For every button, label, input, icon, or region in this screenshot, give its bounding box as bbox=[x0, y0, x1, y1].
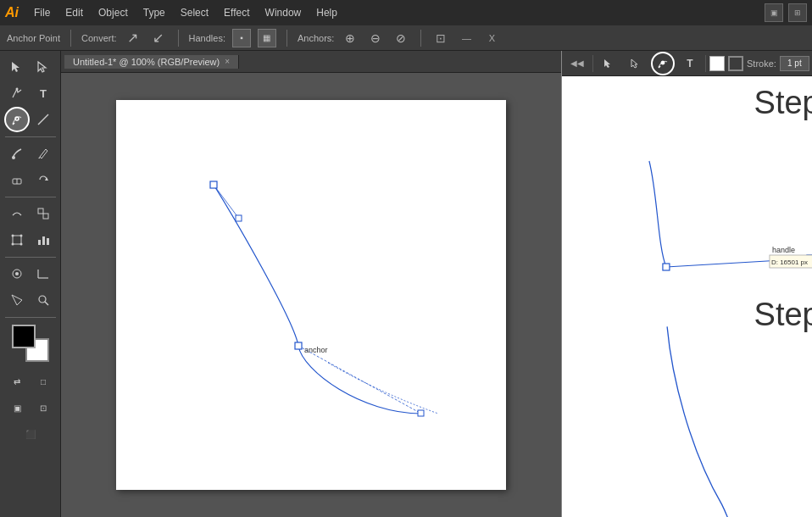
options-bar: Anchor Point Convert: ↗ ↙ Handles: ▪ ▦ A… bbox=[0, 25, 812, 51]
eraser-tool-btn[interactable] bbox=[4, 167, 30, 192]
screen-mode-btn[interactable]: ⊡ bbox=[31, 395, 56, 420]
tab-close-btn[interactable]: × bbox=[225, 57, 230, 66]
tool-row-8 bbox=[4, 287, 56, 313]
split-view: Untitled-1* @ 100% (RGB/Preview) × bbox=[61, 51, 812, 517]
menu-file[interactable]: File bbox=[27, 5, 57, 20]
svg-rect-28 bbox=[295, 342, 302, 349]
toolbar-divider-2 bbox=[5, 197, 56, 197]
anchor-point-label: Anchor Point bbox=[7, 33, 60, 43]
svg-point-13 bbox=[20, 235, 23, 237]
tool-row-7 bbox=[4, 261, 56, 286]
scale-tool-btn[interactable] bbox=[31, 201, 56, 226]
svg-point-2 bbox=[16, 88, 19, 91]
convert-smooth-btn[interactable]: ↗ bbox=[124, 29, 142, 47]
divider-3 bbox=[286, 30, 287, 47]
handles-btn-1[interactable]: ▪ bbox=[232, 29, 251, 47]
column-graph-btn[interactable] bbox=[31, 261, 56, 286]
divider-4 bbox=[420, 30, 421, 47]
menu-window[interactable]: Window bbox=[259, 5, 309, 20]
left-menu-bar: Ai File Edit Object Type Select Effect W… bbox=[0, 0, 812, 25]
canvas-drawing: anchor bbox=[116, 100, 506, 490]
svg-text:anchor: anchor bbox=[304, 346, 328, 354]
anchors-label: Anchors: bbox=[298, 33, 334, 43]
stroke-color-white[interactable] bbox=[709, 56, 725, 71]
convert-label: Convert: bbox=[81, 33, 117, 43]
svg-point-34 bbox=[661, 61, 665, 64]
toolbar-divider-3 bbox=[5, 257, 56, 258]
type-tool-btn[interactable]: T bbox=[31, 81, 56, 106]
anchor-point-tool-btn[interactable] bbox=[4, 107, 30, 132]
svg-rect-27 bbox=[210, 181, 217, 188]
menu-select[interactable]: Select bbox=[174, 5, 215, 20]
svg-rect-37 bbox=[663, 264, 670, 270]
convert-corner-btn[interactable]: ↙ bbox=[149, 29, 168, 47]
direct-selection-tool-btn[interactable] bbox=[31, 54, 56, 80]
tool-row-2: T bbox=[4, 81, 56, 106]
anchors-icon-3[interactable]: ⊘ bbox=[392, 29, 410, 47]
rotate-tool-btn[interactable] bbox=[31, 167, 56, 192]
mini-divider-2 bbox=[705, 55, 706, 72]
anchors-icon-1[interactable]: ⊕ bbox=[341, 29, 359, 47]
right-anchor-tool-btn[interactable] bbox=[651, 52, 675, 75]
svg-point-5 bbox=[12, 156, 15, 159]
line-tool-btn[interactable] bbox=[31, 107, 56, 132]
menu-help[interactable]: Help bbox=[309, 5, 344, 20]
options-scatter[interactable]: — bbox=[457, 29, 476, 47]
menu-object[interactable]: Object bbox=[92, 5, 135, 20]
svg-marker-33 bbox=[631, 59, 637, 68]
pencil-tool-btn[interactable] bbox=[31, 141, 56, 166]
chart-tool-btn[interactable] bbox=[31, 227, 56, 253]
svg-rect-11 bbox=[13, 236, 21, 244]
main-area: T bbox=[0, 51, 812, 517]
canvas-area: anchor bbox=[61, 73, 561, 517]
symbol-tool-btn[interactable] bbox=[4, 261, 30, 286]
document-tab[interactable]: Untitled-1* @ 100% (RGB/Preview) × bbox=[64, 55, 239, 69]
zoom-tool-btn[interactable] bbox=[31, 287, 56, 313]
svg-point-14 bbox=[12, 243, 14, 246]
workspace-btn[interactable]: ⊞ bbox=[788, 3, 807, 22]
right-collapse-btn[interactable]: ◀◀ bbox=[565, 52, 589, 75]
pen-tool-btn[interactable] bbox=[4, 81, 30, 106]
handles-btn-2[interactable]: ▦ bbox=[258, 29, 276, 47]
menu-bar-right: ▣ ⊞ bbox=[765, 3, 807, 22]
svg-marker-1 bbox=[38, 62, 46, 72]
stroke-value-input[interactable] bbox=[780, 56, 809, 71]
svg-line-24 bbox=[45, 302, 48, 305]
tool-row-3 bbox=[4, 141, 56, 166]
tab-bar: Untitled-1* @ 100% (RGB/Preview) × bbox=[61, 51, 561, 73]
svg-point-23 bbox=[39, 296, 46, 303]
foreground-color-swatch[interactable] bbox=[12, 325, 36, 348]
menu-edit[interactable]: Edit bbox=[58, 5, 90, 20]
stroke-label: Stroke: bbox=[747, 58, 776, 69]
swap-colors-btn[interactable]: ⇄ bbox=[4, 369, 30, 394]
right-direct-select-btn[interactable] bbox=[624, 52, 648, 75]
svg-rect-17 bbox=[42, 236, 45, 245]
options-x[interactable]: X bbox=[482, 29, 501, 47]
slice-tool-btn[interactable] bbox=[4, 287, 30, 313]
change-screen-mode-btn[interactable]: ⬛ bbox=[18, 421, 43, 447]
menu-effect[interactable]: Effect bbox=[217, 5, 256, 20]
selection-tool-btn[interactable] bbox=[4, 54, 30, 80]
svg-line-4 bbox=[38, 114, 48, 125]
warp-tool-btn[interactable] bbox=[4, 201, 30, 226]
normal-mode-btn[interactable]: ▣ bbox=[4, 395, 30, 420]
options-hide-show[interactable]: ⊡ bbox=[431, 29, 450, 47]
default-colors-btn[interactable]: □ bbox=[31, 369, 56, 394]
menu-type[interactable]: Type bbox=[136, 5, 172, 20]
svg-text:D: 16501 px: D: 16501 px bbox=[771, 258, 808, 266]
artboard: anchor bbox=[116, 100, 506, 490]
svg-point-20 bbox=[15, 272, 19, 275]
divider-2 bbox=[178, 30, 179, 47]
tool-row-mode: ▣ ⊡ bbox=[4, 395, 56, 420]
right-selection-btn[interactable] bbox=[597, 52, 620, 75]
stroke-border-btn[interactable] bbox=[728, 56, 743, 71]
app-switcher-btn[interactable]: ▣ bbox=[765, 3, 783, 22]
anchors-icon-2[interactable]: ⊖ bbox=[366, 29, 385, 47]
free-transform-btn[interactable] bbox=[4, 227, 30, 253]
tool-row-1 bbox=[4, 54, 56, 80]
svg-line-26 bbox=[298, 346, 421, 414]
color-swatches[interactable] bbox=[12, 325, 49, 362]
svg-line-25 bbox=[214, 185, 239, 219]
paintbrush-tool-btn[interactable] bbox=[4, 141, 30, 166]
right-type-btn[interactable]: T bbox=[678, 52, 702, 75]
